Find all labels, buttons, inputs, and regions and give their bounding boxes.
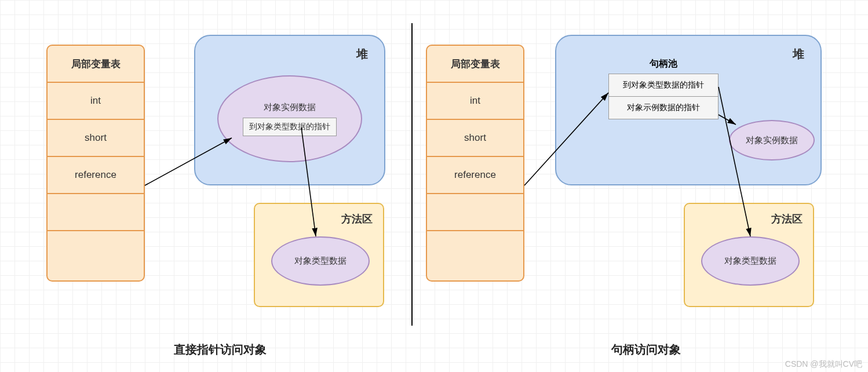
lvt-header: 局部变量表 bbox=[48, 46, 144, 83]
lvt-row-empty2 bbox=[48, 231, 144, 268]
handle-pool-title: 句柄池 bbox=[608, 58, 719, 70]
lvt-row-empty1 bbox=[48, 194, 144, 231]
ellipse-title: 对象实例数据 bbox=[264, 102, 316, 113]
hp-row-type-pointer: 到对象类型数据的指针 bbox=[609, 74, 718, 97]
method-title: 方法区 bbox=[771, 212, 803, 226]
right-caption: 句柄访问对象 bbox=[611, 342, 681, 358]
lvt-row-empty2 bbox=[427, 231, 523, 268]
watermark: CSDN @我就叫CV吧 bbox=[785, 359, 862, 370]
instance-data-text: 对象实例数据 bbox=[746, 135, 798, 146]
type-data-text: 对象类型数据 bbox=[294, 256, 347, 267]
handle-pool-box: 到对象类型数据的指针 对象示例数据的指针 bbox=[608, 74, 719, 119]
right-instance-ellipse: 对象实例数据 bbox=[729, 120, 815, 161]
left-caption: 直接指针访问对象 bbox=[174, 342, 267, 358]
center-divider bbox=[411, 23, 413, 326]
lvt-row-short: short bbox=[48, 120, 144, 157]
lvt-header: 局部变量表 bbox=[427, 46, 523, 83]
type-data-text: 对象类型数据 bbox=[724, 256, 776, 267]
lvt-row-short: short bbox=[427, 120, 523, 157]
lvt-row-int: int bbox=[48, 83, 144, 120]
lvt-row-reference: reference bbox=[427, 157, 523, 194]
right-type-data-ellipse: 对象类型数据 bbox=[701, 236, 800, 286]
lvt-row-empty1 bbox=[427, 194, 523, 231]
lvt-row-int: int bbox=[427, 83, 523, 120]
heap-title: 堆 bbox=[356, 46, 368, 62]
left-type-data-ellipse: 对象类型数据 bbox=[271, 236, 370, 286]
left-local-variable-table: 局部变量表 int short reference bbox=[46, 45, 145, 282]
left-instance-ellipse: 对象实例数据 到对象类型数据的指针 bbox=[217, 75, 362, 162]
hp-row-instance-pointer: 对象示例数据的指针 bbox=[609, 97, 718, 119]
handle-pool: 句柄池 到对象类型数据的指针 对象示例数据的指针 bbox=[608, 58, 719, 119]
diagram-canvas: 局部变量表 int short reference 堆 对象实例数据 到对象类型… bbox=[0, 0, 868, 372]
method-title: 方法区 bbox=[341, 212, 373, 226]
heap-title: 堆 bbox=[793, 46, 804, 62]
right-local-variable-table: 局部变量表 int short reference bbox=[426, 45, 524, 282]
lvt-row-reference: reference bbox=[48, 157, 144, 194]
left-type-pointer-box: 到对象类型数据的指针 bbox=[243, 118, 337, 136]
